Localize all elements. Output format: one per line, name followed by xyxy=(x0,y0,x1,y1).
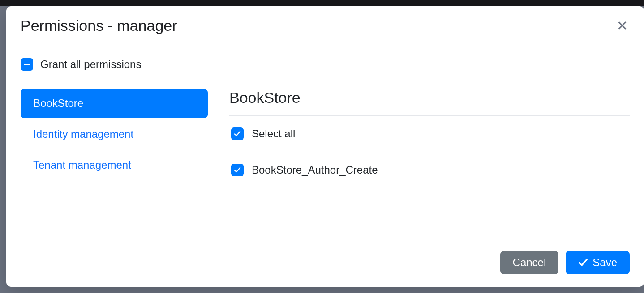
app-topbar xyxy=(0,0,644,6)
grant-all-label: Grant all permissions xyxy=(40,58,141,71)
permission-group-nav: BookStore Identity management Tenant man… xyxy=(21,89,208,188)
permission-row: BookStore_Author_Create xyxy=(229,152,630,188)
cancel-label: Cancel xyxy=(513,257,546,268)
save-button[interactable]: Save xyxy=(566,251,630,274)
permission-label: BookStore_Author_Create xyxy=(252,164,378,176)
save-label: Save xyxy=(592,257,617,268)
close-icon: ✕ xyxy=(617,18,628,33)
nav-item-tenant-management[interactable]: Tenant management xyxy=(21,151,208,180)
permissions-modal: Permissions - manager ✕ Grant all permis… xyxy=(6,6,644,287)
nav-item-identity-management[interactable]: Identity management xyxy=(21,120,208,149)
grant-all-row: Grant all permissions xyxy=(21,58,630,81)
permission-detail: BookStore Select all BookStore_Author_Cr… xyxy=(229,89,630,188)
nav-item-label: Identity management xyxy=(33,128,133,140)
check-icon xyxy=(234,166,241,174)
select-all-label: Select all xyxy=(252,127,295,140)
close-button[interactable]: ✕ xyxy=(615,19,630,33)
select-all-row: Select all xyxy=(229,116,630,152)
check-icon xyxy=(234,130,241,137)
detail-title: BookStore xyxy=(229,89,630,116)
modal-body: Grant all permissions BookStore Identity… xyxy=(6,47,644,241)
select-all-checkbox[interactable] xyxy=(231,127,244,140)
permission-checkbox[interactable] xyxy=(231,164,244,176)
check-icon xyxy=(578,258,588,268)
modal-footer: Cancel Save xyxy=(6,241,644,287)
nav-item-label: BookStore xyxy=(33,97,83,109)
permissions-layout: BookStore Identity management Tenant man… xyxy=(21,89,630,188)
modal-title: Permissions - manager xyxy=(21,17,177,34)
nav-item-label: Tenant management xyxy=(33,159,131,171)
modal-header: Permissions - manager ✕ xyxy=(6,6,644,47)
cancel-button[interactable]: Cancel xyxy=(500,251,559,274)
grant-all-checkbox[interactable] xyxy=(21,58,33,71)
nav-item-bookstore[interactable]: BookStore xyxy=(21,89,208,118)
